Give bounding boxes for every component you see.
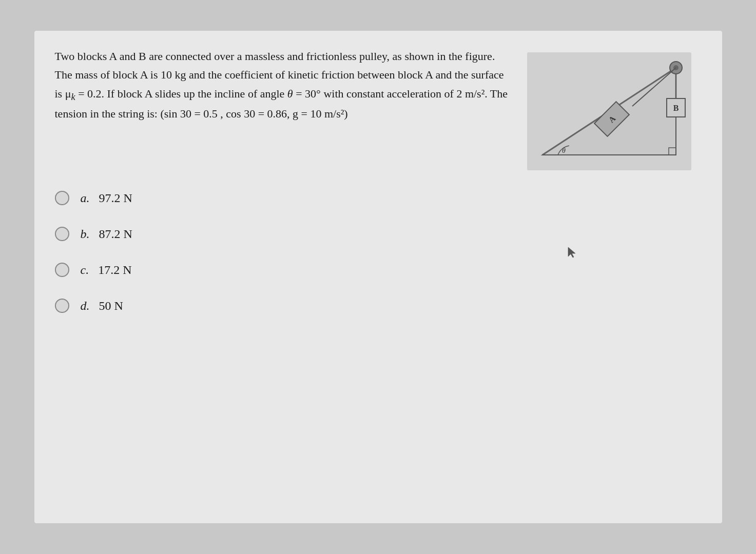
option-d-value: 50 N [99, 299, 123, 313]
svg-text:B: B [673, 104, 679, 112]
radio-d[interactable] [55, 299, 69, 313]
option-a-letter: a. [81, 191, 90, 205]
radio-a[interactable] [55, 191, 69, 205]
option-b-letter: b. [81, 227, 90, 241]
radio-b[interactable] [55, 227, 69, 241]
option-d: d. 50 N [55, 299, 702, 313]
option-c-letter: c. [81, 263, 89, 277]
figure-container: A B θ [527, 47, 702, 170]
question-text: Two blocks A and B are connected over a … [55, 47, 512, 170]
radio-c[interactable] [55, 263, 69, 277]
option-c-value: 17.2 N [98, 263, 131, 277]
option-a: a. 97.2 N [55, 191, 702, 205]
question-card: Two blocks A and B are connected over a … [34, 31, 722, 523]
options-list: a. 97.2 N b. 87.2 N c. 17.2 N d. 50 N [55, 191, 702, 313]
mu-k-symbol: μk [65, 87, 75, 100]
question-content: Two blocks A and B are connected over a … [55, 47, 702, 170]
option-c: c. 17.2 N [55, 263, 702, 277]
incline-diagram: A B θ [527, 52, 691, 170]
option-a-value: 97.2 N [99, 191, 132, 205]
svg-text:θ: θ [562, 147, 566, 154]
option-d-letter: d. [81, 299, 90, 313]
option-b: b. 87.2 N [55, 227, 702, 241]
option-b-value: 87.2 N [99, 227, 132, 241]
